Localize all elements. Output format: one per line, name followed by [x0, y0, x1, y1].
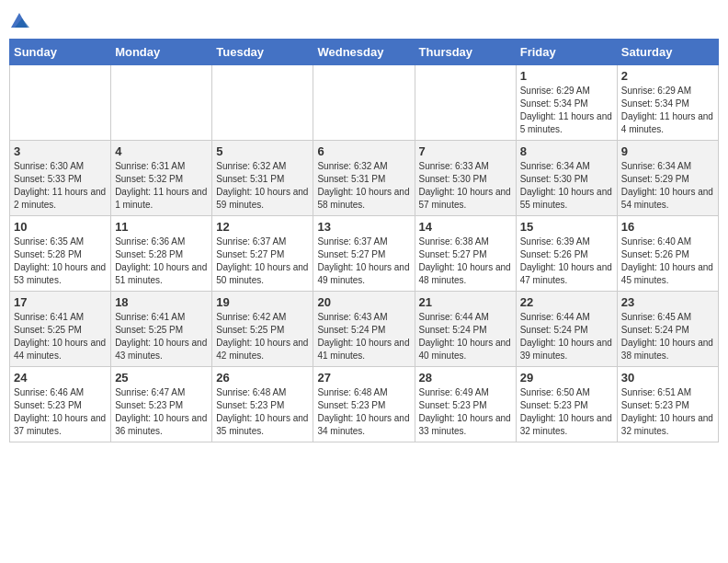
day-number: 28	[419, 371, 512, 385]
day-number: 2	[621, 69, 714, 83]
header-day-tuesday: Tuesday	[212, 39, 313, 64]
calendar-cell: 19Sunrise: 6:42 AM Sunset: 5:25 PM Dayli…	[212, 291, 313, 366]
calendar-cell: 16Sunrise: 6:40 AM Sunset: 5:26 PM Dayli…	[617, 215, 718, 291]
day-info: Sunrise: 6:43 AM Sunset: 5:24 PM Dayligh…	[317, 311, 410, 362]
header-day-sunday: Sunday	[10, 39, 111, 64]
calendar-cell: 1Sunrise: 6:29 AM Sunset: 5:34 PM Daylig…	[516, 64, 617, 140]
calendar-cell: 21Sunrise: 6:44 AM Sunset: 5:24 PM Dayli…	[415, 291, 516, 366]
logo-text	[9, 9, 29, 31]
week-row-0: 1Sunrise: 6:29 AM Sunset: 5:34 PM Daylig…	[10, 64, 719, 140]
calendar-cell: 8Sunrise: 6:34 AM Sunset: 5:30 PM Daylig…	[516, 140, 617, 215]
day-info: Sunrise: 6:37 AM Sunset: 5:27 PM Dayligh…	[317, 236, 410, 287]
day-number: 8	[520, 144, 613, 158]
day-info: Sunrise: 6:34 AM Sunset: 5:29 PM Dayligh…	[621, 160, 714, 212]
day-info: Sunrise: 6:37 AM Sunset: 5:27 PM Dayligh…	[216, 236, 309, 287]
day-number: 5	[216, 144, 309, 158]
header-day-saturday: Saturday	[617, 39, 718, 64]
week-row-1: 3Sunrise: 6:30 AM Sunset: 5:33 PM Daylig…	[10, 140, 719, 215]
day-info: Sunrise: 6:33 AM Sunset: 5:30 PM Dayligh…	[419, 160, 512, 212]
calendar-cell: 2Sunrise: 6:29 AM Sunset: 5:34 PM Daylig…	[617, 64, 718, 140]
day-info: Sunrise: 6:48 AM Sunset: 5:23 PM Dayligh…	[317, 386, 410, 438]
day-info: Sunrise: 6:42 AM Sunset: 5:25 PM Dayligh…	[216, 311, 309, 362]
week-row-2: 10Sunrise: 6:35 AM Sunset: 5:28 PM Dayli…	[10, 215, 719, 291]
calendar-cell: 11Sunrise: 6:36 AM Sunset: 5:28 PM Dayli…	[111, 215, 212, 291]
calendar-cell: 6Sunrise: 6:32 AM Sunset: 5:31 PM Daylig…	[313, 140, 415, 215]
calendar-cell: 3Sunrise: 6:30 AM Sunset: 5:33 PM Daylig…	[10, 140, 111, 215]
calendar-cell: 27Sunrise: 6:48 AM Sunset: 5:23 PM Dayli…	[313, 366, 415, 442]
day-info: Sunrise: 6:45 AM Sunset: 5:24 PM Dayligh…	[621, 311, 714, 362]
calendar-cell: 17Sunrise: 6:41 AM Sunset: 5:25 PM Dayli…	[10, 291, 111, 366]
day-info: Sunrise: 6:35 AM Sunset: 5:28 PM Dayligh…	[14, 236, 107, 287]
day-number: 10	[14, 220, 107, 234]
logo-icon	[9, 11, 29, 31]
calendar-cell: 30Sunrise: 6:51 AM Sunset: 5:23 PM Dayli…	[617, 366, 718, 442]
day-info: Sunrise: 6:31 AM Sunset: 5:32 PM Dayligh…	[115, 160, 208, 212]
day-number: 15	[520, 220, 613, 234]
week-row-3: 17Sunrise: 6:41 AM Sunset: 5:25 PM Dayli…	[10, 291, 719, 366]
calendar-cell: 18Sunrise: 6:41 AM Sunset: 5:25 PM Dayli…	[111, 291, 212, 366]
logo	[9, 9, 31, 31]
day-info: Sunrise: 6:38 AM Sunset: 5:27 PM Dayligh…	[419, 236, 512, 287]
day-number: 26	[216, 371, 309, 385]
calendar-cell: 24Sunrise: 6:46 AM Sunset: 5:23 PM Dayli…	[10, 366, 111, 442]
header-day-wednesday: Wednesday	[313, 39, 415, 64]
day-number: 6	[317, 144, 410, 158]
calendar-cell: 20Sunrise: 6:43 AM Sunset: 5:24 PM Dayli…	[313, 291, 415, 366]
day-info: Sunrise: 6:29 AM Sunset: 5:34 PM Dayligh…	[520, 85, 613, 136]
day-info: Sunrise: 6:44 AM Sunset: 5:24 PM Dayligh…	[520, 311, 613, 362]
day-info: Sunrise: 6:32 AM Sunset: 5:31 PM Dayligh…	[216, 160, 309, 212]
calendar-cell: 15Sunrise: 6:39 AM Sunset: 5:26 PM Dayli…	[516, 215, 617, 291]
day-info: Sunrise: 6:32 AM Sunset: 5:31 PM Dayligh…	[317, 160, 410, 212]
day-info: Sunrise: 6:47 AM Sunset: 5:23 PM Dayligh…	[115, 386, 208, 438]
day-info: Sunrise: 6:46 AM Sunset: 5:23 PM Dayligh…	[14, 386, 107, 438]
day-number: 20	[317, 295, 410, 309]
day-number: 14	[419, 220, 512, 234]
calendar-cell	[313, 64, 415, 140]
day-info: Sunrise: 6:40 AM Sunset: 5:26 PM Dayligh…	[621, 236, 714, 287]
day-info: Sunrise: 6:51 AM Sunset: 5:23 PM Dayligh…	[621, 386, 714, 438]
day-info: Sunrise: 6:39 AM Sunset: 5:26 PM Dayligh…	[520, 236, 613, 287]
page-header	[9, 9, 719, 31]
day-number: 17	[14, 295, 107, 309]
calendar-cell: 12Sunrise: 6:37 AM Sunset: 5:27 PM Dayli…	[212, 215, 313, 291]
day-number: 11	[115, 220, 208, 234]
day-number: 1	[520, 69, 613, 83]
day-number: 27	[317, 371, 410, 385]
calendar-cell: 13Sunrise: 6:37 AM Sunset: 5:27 PM Dayli…	[313, 215, 415, 291]
calendar-cell: 10Sunrise: 6:35 AM Sunset: 5:28 PM Dayli…	[10, 215, 111, 291]
calendar-cell: 14Sunrise: 6:38 AM Sunset: 5:27 PM Dayli…	[415, 215, 516, 291]
day-info: Sunrise: 6:49 AM Sunset: 5:23 PM Dayligh…	[419, 386, 512, 438]
calendar-cell: 4Sunrise: 6:31 AM Sunset: 5:32 PM Daylig…	[111, 140, 212, 215]
day-number: 18	[115, 295, 208, 309]
calendar-cell: 23Sunrise: 6:45 AM Sunset: 5:24 PM Dayli…	[617, 291, 718, 366]
calendar-cell: 9Sunrise: 6:34 AM Sunset: 5:29 PM Daylig…	[617, 140, 718, 215]
header-day-thursday: Thursday	[415, 39, 516, 64]
calendar-table: SundayMondayTuesdayWednesdayThursdayFrid…	[9, 39, 719, 442]
calendar-cell: 22Sunrise: 6:44 AM Sunset: 5:24 PM Dayli…	[516, 291, 617, 366]
day-number: 24	[14, 371, 107, 385]
header-day-friday: Friday	[516, 39, 617, 64]
calendar-cell: 26Sunrise: 6:48 AM Sunset: 5:23 PM Dayli…	[212, 366, 313, 442]
day-info: Sunrise: 6:41 AM Sunset: 5:25 PM Dayligh…	[115, 311, 208, 362]
calendar-cell	[212, 64, 313, 140]
day-number: 22	[520, 295, 613, 309]
day-number: 7	[419, 144, 512, 158]
calendar-cell: 28Sunrise: 6:49 AM Sunset: 5:23 PM Dayli…	[415, 366, 516, 442]
day-info: Sunrise: 6:34 AM Sunset: 5:30 PM Dayligh…	[520, 160, 613, 212]
day-number: 12	[216, 220, 309, 234]
day-number: 13	[317, 220, 410, 234]
day-number: 29	[520, 371, 613, 385]
day-number: 25	[115, 371, 208, 385]
day-number: 16	[621, 220, 714, 234]
calendar-cell: 29Sunrise: 6:50 AM Sunset: 5:23 PM Dayli…	[516, 366, 617, 442]
day-number: 23	[621, 295, 714, 309]
day-info: Sunrise: 6:36 AM Sunset: 5:28 PM Dayligh…	[115, 236, 208, 287]
calendar-cell: 7Sunrise: 6:33 AM Sunset: 5:30 PM Daylig…	[415, 140, 516, 215]
week-row-4: 24Sunrise: 6:46 AM Sunset: 5:23 PM Dayli…	[10, 366, 719, 442]
day-number: 30	[621, 371, 714, 385]
day-info: Sunrise: 6:50 AM Sunset: 5:23 PM Dayligh…	[520, 386, 613, 438]
calendar-cell: 25Sunrise: 6:47 AM Sunset: 5:23 PM Dayli…	[111, 366, 212, 442]
day-number: 3	[14, 144, 107, 158]
day-number: 4	[115, 144, 208, 158]
day-info: Sunrise: 6:30 AM Sunset: 5:33 PM Dayligh…	[14, 160, 107, 212]
